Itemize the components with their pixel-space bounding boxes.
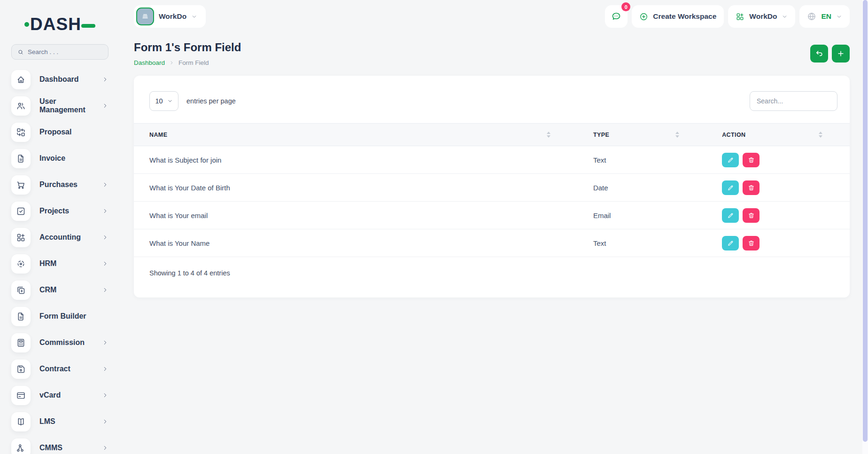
back-button[interactable] bbox=[810, 45, 828, 63]
breadcrumb: Dashboard Form Field bbox=[134, 59, 241, 66]
messages-button[interactable]: 0 bbox=[605, 5, 628, 28]
field-type-cell: Email bbox=[578, 202, 706, 229]
field-type-cell: Date bbox=[578, 174, 706, 202]
table-search-input[interactable] bbox=[750, 91, 837, 111]
replace-icon-wrap bbox=[11, 123, 31, 142]
create-workspace-button[interactable]: Create Workspace bbox=[632, 5, 724, 28]
sidebar-item-vcard[interactable]: vCard bbox=[0, 382, 120, 408]
sidebar-item-cmms[interactable]: CMMS bbox=[0, 435, 120, 454]
delete-button[interactable] bbox=[743, 153, 760, 167]
sidebar-item-commission[interactable]: Commission bbox=[0, 329, 120, 356]
scrollbar-thumb[interactable] bbox=[863, 0, 868, 442]
chevron-right-icon bbox=[102, 445, 108, 451]
sidebar-item-crm[interactable]: CRM bbox=[0, 277, 120, 303]
sidebar-item-label: Invoice bbox=[39, 154, 108, 163]
chevron-right-icon bbox=[102, 287, 108, 293]
sidebar-item-user-management[interactable]: User Management bbox=[0, 93, 120, 119]
edit-button[interactable] bbox=[722, 180, 739, 195]
pencil-icon bbox=[727, 212, 734, 219]
logo-dot-accent bbox=[24, 22, 29, 27]
sidebar-item-hrm[interactable]: HRM bbox=[0, 250, 120, 277]
sidebar-item-accounting[interactable]: Accounting bbox=[0, 224, 120, 250]
sidebar-item-projects[interactable]: Projects bbox=[0, 198, 120, 224]
target-icon bbox=[16, 259, 26, 269]
building-icon bbox=[140, 12, 150, 21]
delete-button[interactable] bbox=[743, 208, 760, 223]
field-name-cell: What is Your Name bbox=[134, 229, 578, 257]
chevron-down-icon bbox=[836, 14, 842, 20]
sort-arrows-icon[interactable] bbox=[547, 132, 550, 138]
sidebar-item-label: CRM bbox=[39, 286, 102, 294]
credit-card-icon bbox=[16, 391, 26, 400]
sidebar-item-purchases[interactable]: Purchases bbox=[0, 172, 120, 198]
add-form-field-button[interactable] bbox=[832, 45, 850, 63]
chevron-right-icon bbox=[102, 260, 108, 267]
workspace-selector[interactable]: WorkDo bbox=[134, 5, 206, 28]
sidebar-item-label: CMMS bbox=[39, 444, 102, 452]
sidebar-item-proposal[interactable]: Proposal bbox=[0, 119, 120, 145]
workspace-menu-label: WorkDo bbox=[749, 12, 777, 21]
table-footer-status: Showing 1 to 4 of 4 entries bbox=[134, 257, 850, 277]
sidebar-item-label: vCard bbox=[39, 391, 102, 399]
sidebar-search[interactable] bbox=[11, 44, 108, 60]
sidebar-item-label: Commission bbox=[39, 338, 102, 347]
users-icon bbox=[16, 101, 26, 111]
copy-plus-icon-wrap bbox=[11, 281, 31, 300]
edit-button[interactable] bbox=[722, 153, 739, 167]
chevron-right-icon bbox=[102, 234, 108, 241]
sidebar-item-label: LMS bbox=[39, 417, 102, 426]
column-label: ACTION bbox=[722, 132, 745, 138]
column-header-name[interactable]: NAME bbox=[134, 124, 578, 146]
delete-button[interactable] bbox=[743, 236, 760, 250]
messages-count-badge: 0 bbox=[621, 2, 630, 11]
sidebar-item-contract[interactable]: Contract bbox=[0, 356, 120, 382]
breadcrumb-dashboard-link[interactable]: Dashboard bbox=[134, 59, 165, 66]
edit-button[interactable] bbox=[722, 208, 739, 223]
workspace-menu[interactable]: WorkDo bbox=[728, 5, 795, 28]
sidebar-item-invoice[interactable]: Invoice bbox=[0, 145, 120, 172]
sidebar-item-label: Purchases bbox=[39, 180, 102, 189]
home-icon bbox=[16, 75, 26, 85]
chevron-down-icon bbox=[191, 14, 197, 20]
column-label: NAME bbox=[149, 132, 167, 138]
book-icon-wrap bbox=[11, 412, 31, 431]
field-action-cell bbox=[706, 202, 850, 229]
plus-circle-icon bbox=[639, 12, 648, 21]
field-name-cell: What is Your Date of Birth bbox=[134, 174, 578, 202]
brand-logo[interactable]: DASH bbox=[0, 12, 120, 37]
chat-icon bbox=[611, 11, 622, 22]
form-fields-card: 10 entries per page NAMETYPEACTION What … bbox=[134, 76, 850, 297]
column-label: TYPE bbox=[593, 132, 609, 138]
sidebar: DASH DashboardUser ManagementProposalInv… bbox=[0, 0, 120, 454]
page-title: Form 1's Form Field bbox=[134, 41, 241, 54]
field-name-cell: What is Your email bbox=[134, 202, 578, 229]
file-icon bbox=[16, 154, 26, 164]
globe-icon bbox=[807, 12, 816, 21]
page-scrollbar[interactable] bbox=[862, 0, 868, 454]
delete-button[interactable] bbox=[743, 180, 760, 195]
field-name-cell: What is Subject for join bbox=[134, 146, 578, 174]
sidebar-search-input[interactable] bbox=[28, 48, 102, 55]
field-action-cell bbox=[706, 229, 850, 257]
column-header-action[interactable]: ACTION bbox=[706, 124, 850, 146]
sidebar-item-dashboard[interactable]: Dashboard bbox=[0, 66, 120, 93]
calculator-icon-wrap bbox=[11, 333, 31, 352]
chevron-right-icon bbox=[102, 181, 108, 188]
plus-icon bbox=[837, 49, 845, 58]
sort-arrows-icon[interactable] bbox=[819, 132, 822, 138]
chevron-right-icon bbox=[102, 366, 108, 372]
trash-icon bbox=[748, 212, 755, 219]
sort-arrows-icon[interactable] bbox=[675, 132, 679, 138]
table-controls: 10 entries per page bbox=[134, 91, 850, 123]
home-icon-wrap bbox=[11, 70, 31, 89]
column-header-type[interactable]: TYPE bbox=[578, 124, 706, 146]
entries-per-page-select[interactable]: 10 bbox=[149, 91, 178, 111]
sidebar-item-form-builder[interactable]: Form Builder bbox=[0, 303, 120, 329]
language-selector[interactable]: EN bbox=[799, 5, 850, 28]
sidebar-menu: DashboardUser ManagementProposalInvoiceP… bbox=[0, 66, 120, 454]
sidebar-item-lms[interactable]: LMS bbox=[0, 408, 120, 435]
nodes-icon bbox=[16, 443, 26, 453]
form-fields-table: NAMETYPEACTION What is Subject for joinT… bbox=[134, 123, 850, 257]
edit-button[interactable] bbox=[722, 236, 739, 250]
trash-icon bbox=[748, 184, 755, 191]
